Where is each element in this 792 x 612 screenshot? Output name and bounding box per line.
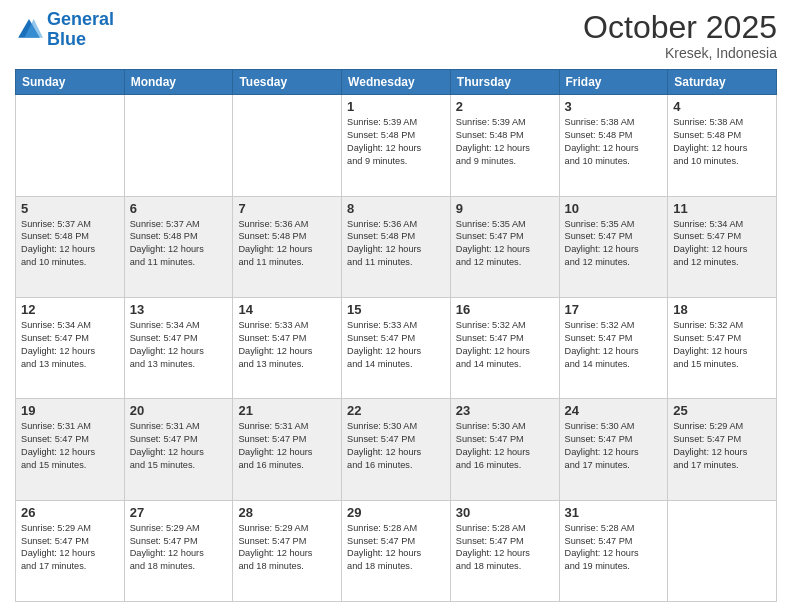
day-info: Sunrise: 5:30 AM Sunset: 5:47 PM Dayligh… [347,420,445,472]
day-number: 10 [565,201,663,216]
col-saturday: Saturday [668,70,777,95]
calendar-cell: 2Sunrise: 5:39 AM Sunset: 5:48 PM Daylig… [450,95,559,196]
calendar-cell: 16Sunrise: 5:32 AM Sunset: 5:47 PM Dayli… [450,297,559,398]
calendar-week-row: 12Sunrise: 5:34 AM Sunset: 5:47 PM Dayli… [16,297,777,398]
logo-general: General [47,9,114,29]
calendar-cell: 28Sunrise: 5:29 AM Sunset: 5:47 PM Dayli… [233,500,342,601]
day-number: 22 [347,403,445,418]
day-number: 8 [347,201,445,216]
day-number: 29 [347,505,445,520]
calendar-cell: 30Sunrise: 5:28 AM Sunset: 5:47 PM Dayli… [450,500,559,601]
day-info: Sunrise: 5:33 AM Sunset: 5:47 PM Dayligh… [238,319,336,371]
day-info: Sunrise: 5:35 AM Sunset: 5:47 PM Dayligh… [456,218,554,270]
day-info: Sunrise: 5:37 AM Sunset: 5:48 PM Dayligh… [21,218,119,270]
day-number: 26 [21,505,119,520]
calendar-cell: 7Sunrise: 5:36 AM Sunset: 5:48 PM Daylig… [233,196,342,297]
calendar-cell: 22Sunrise: 5:30 AM Sunset: 5:47 PM Dayli… [342,399,451,500]
calendar-cell: 27Sunrise: 5:29 AM Sunset: 5:47 PM Dayli… [124,500,233,601]
day-info: Sunrise: 5:37 AM Sunset: 5:48 PM Dayligh… [130,218,228,270]
calendar-cell: 3Sunrise: 5:38 AM Sunset: 5:48 PM Daylig… [559,95,668,196]
calendar-cell: 14Sunrise: 5:33 AM Sunset: 5:47 PM Dayli… [233,297,342,398]
day-number: 2 [456,99,554,114]
day-info: Sunrise: 5:28 AM Sunset: 5:47 PM Dayligh… [347,522,445,574]
logo-blue: Blue [47,30,114,50]
calendar-header-row: Sunday Monday Tuesday Wednesday Thursday… [16,70,777,95]
calendar-cell [16,95,125,196]
day-info: Sunrise: 5:32 AM Sunset: 5:47 PM Dayligh… [673,319,771,371]
day-number: 9 [456,201,554,216]
logo: General Blue [15,10,114,50]
day-number: 30 [456,505,554,520]
day-number: 7 [238,201,336,216]
calendar-cell: 10Sunrise: 5:35 AM Sunset: 5:47 PM Dayli… [559,196,668,297]
day-number: 18 [673,302,771,317]
day-info: Sunrise: 5:34 AM Sunset: 5:47 PM Dayligh… [673,218,771,270]
calendar-week-row: 26Sunrise: 5:29 AM Sunset: 5:47 PM Dayli… [16,500,777,601]
day-number: 3 [565,99,663,114]
day-number: 15 [347,302,445,317]
logo-text: General Blue [47,10,114,50]
calendar-week-row: 19Sunrise: 5:31 AM Sunset: 5:47 PM Dayli… [16,399,777,500]
calendar-cell: 12Sunrise: 5:34 AM Sunset: 5:47 PM Dayli… [16,297,125,398]
day-number: 5 [21,201,119,216]
day-info: Sunrise: 5:29 AM Sunset: 5:47 PM Dayligh… [130,522,228,574]
calendar-cell: 5Sunrise: 5:37 AM Sunset: 5:48 PM Daylig… [16,196,125,297]
col-monday: Monday [124,70,233,95]
day-number: 6 [130,201,228,216]
page: General Blue October 2025 Kresek, Indone… [0,0,792,612]
col-friday: Friday [559,70,668,95]
day-info: Sunrise: 5:34 AM Sunset: 5:47 PM Dayligh… [130,319,228,371]
calendar-cell: 11Sunrise: 5:34 AM Sunset: 5:47 PM Dayli… [668,196,777,297]
day-info: Sunrise: 5:39 AM Sunset: 5:48 PM Dayligh… [347,116,445,168]
calendar-week-row: 5Sunrise: 5:37 AM Sunset: 5:48 PM Daylig… [16,196,777,297]
day-info: Sunrise: 5:38 AM Sunset: 5:48 PM Dayligh… [565,116,663,168]
day-info: Sunrise: 5:29 AM Sunset: 5:47 PM Dayligh… [238,522,336,574]
day-info: Sunrise: 5:31 AM Sunset: 5:47 PM Dayligh… [21,420,119,472]
calendar-cell: 8Sunrise: 5:36 AM Sunset: 5:48 PM Daylig… [342,196,451,297]
calendar-cell: 25Sunrise: 5:29 AM Sunset: 5:47 PM Dayli… [668,399,777,500]
calendar-cell: 24Sunrise: 5:30 AM Sunset: 5:47 PM Dayli… [559,399,668,500]
month-title: October 2025 [583,10,777,45]
day-info: Sunrise: 5:31 AM Sunset: 5:47 PM Dayligh… [130,420,228,472]
day-number: 25 [673,403,771,418]
day-number: 16 [456,302,554,317]
day-info: Sunrise: 5:39 AM Sunset: 5:48 PM Dayligh… [456,116,554,168]
col-thursday: Thursday [450,70,559,95]
day-number: 20 [130,403,228,418]
day-info: Sunrise: 5:29 AM Sunset: 5:47 PM Dayligh… [673,420,771,472]
header: General Blue October 2025 Kresek, Indone… [15,10,777,61]
calendar-cell [124,95,233,196]
day-info: Sunrise: 5:31 AM Sunset: 5:47 PM Dayligh… [238,420,336,472]
day-number: 13 [130,302,228,317]
calendar-cell: 31Sunrise: 5:28 AM Sunset: 5:47 PM Dayli… [559,500,668,601]
day-number: 1 [347,99,445,114]
title-block: October 2025 Kresek, Indonesia [583,10,777,61]
day-info: Sunrise: 5:38 AM Sunset: 5:48 PM Dayligh… [673,116,771,168]
day-info: Sunrise: 5:28 AM Sunset: 5:47 PM Dayligh… [565,522,663,574]
calendar-cell: 26Sunrise: 5:29 AM Sunset: 5:47 PM Dayli… [16,500,125,601]
day-info: Sunrise: 5:35 AM Sunset: 5:47 PM Dayligh… [565,218,663,270]
col-wednesday: Wednesday [342,70,451,95]
day-number: 19 [21,403,119,418]
day-number: 17 [565,302,663,317]
day-info: Sunrise: 5:36 AM Sunset: 5:48 PM Dayligh… [347,218,445,270]
calendar-cell: 21Sunrise: 5:31 AM Sunset: 5:47 PM Dayli… [233,399,342,500]
calendar-cell: 29Sunrise: 5:28 AM Sunset: 5:47 PM Dayli… [342,500,451,601]
day-number: 24 [565,403,663,418]
day-number: 28 [238,505,336,520]
calendar-cell [668,500,777,601]
day-info: Sunrise: 5:36 AM Sunset: 5:48 PM Dayligh… [238,218,336,270]
logo-icon [15,16,43,44]
col-tuesday: Tuesday [233,70,342,95]
day-info: Sunrise: 5:29 AM Sunset: 5:47 PM Dayligh… [21,522,119,574]
calendar-cell: 23Sunrise: 5:30 AM Sunset: 5:47 PM Dayli… [450,399,559,500]
calendar-cell: 19Sunrise: 5:31 AM Sunset: 5:47 PM Dayli… [16,399,125,500]
calendar-cell: 17Sunrise: 5:32 AM Sunset: 5:47 PM Dayli… [559,297,668,398]
calendar-cell: 20Sunrise: 5:31 AM Sunset: 5:47 PM Dayli… [124,399,233,500]
location-subtitle: Kresek, Indonesia [583,45,777,61]
calendar-week-row: 1Sunrise: 5:39 AM Sunset: 5:48 PM Daylig… [16,95,777,196]
day-number: 14 [238,302,336,317]
day-info: Sunrise: 5:32 AM Sunset: 5:47 PM Dayligh… [456,319,554,371]
day-number: 4 [673,99,771,114]
day-info: Sunrise: 5:32 AM Sunset: 5:47 PM Dayligh… [565,319,663,371]
